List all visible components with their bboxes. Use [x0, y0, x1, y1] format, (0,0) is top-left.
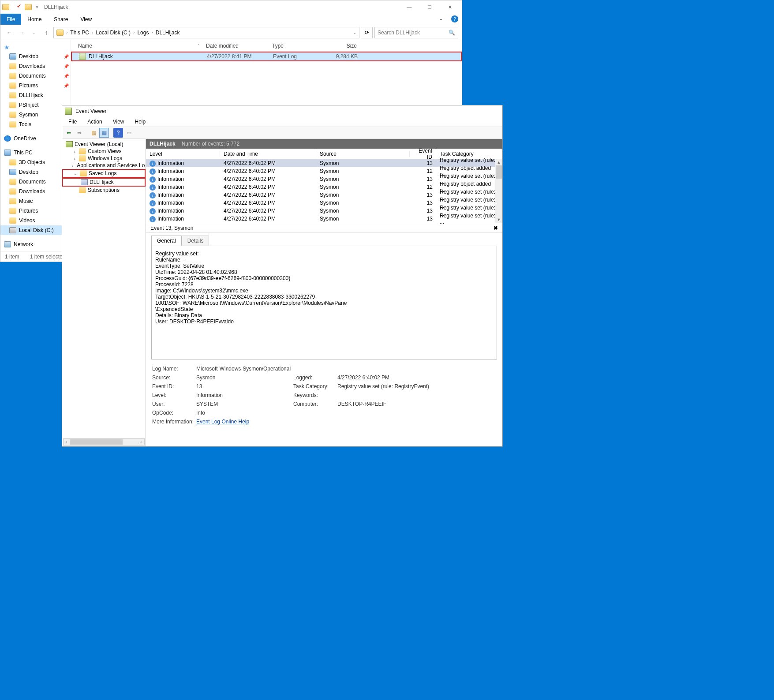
nav-pc-desktop[interactable]: Desktop: [0, 167, 71, 177]
col-taskcategory[interactable]: Task Category: [436, 151, 502, 157]
tab-general[interactable]: General: [151, 236, 182, 246]
detail-text[interactable]: Registry value set:RuleName: -EventType:…: [151, 246, 497, 359]
col-size[interactable]: Size: [322, 43, 360, 49]
col-source[interactable]: Source: [316, 151, 410, 157]
tree-subscriptions[interactable]: Subscriptions: [62, 187, 146, 194]
address-bar[interactable]: › This PC› Local Disk (C:)› Logs› DLLHij…: [53, 27, 359, 38]
status-selected: 1 item selected: [30, 254, 66, 260]
tree-saved-logs[interactable]: ⌄Saved Logs: [62, 169, 146, 178]
back-button[interactable]: ←: [4, 27, 15, 38]
col-datetime[interactable]: Date and Time: [220, 151, 316, 157]
recent-dropdown-icon[interactable]: ⌄: [29, 27, 39, 38]
nav-tools[interactable]: Tools: [0, 120, 71, 129]
tb-pane-icon[interactable]: ▭: [124, 128, 134, 138]
tree-dllhijack[interactable]: DLLHijack: [62, 178, 146, 187]
eventvwr-tree: Event Viewer (Local) ›Custom Views ›Wind…: [62, 139, 146, 446]
tb-back-icon[interactable]: ⬅: [64, 128, 74, 138]
event-grid: Level Date and Time Source Event ID Task…: [146, 149, 502, 223]
tree-custom-views[interactable]: ›Custom Views: [62, 148, 146, 155]
nav-desktop[interactable]: Desktop📌: [0, 52, 71, 61]
tb-preview-icon[interactable]: ▦: [99, 128, 109, 138]
addr-dropdown-icon[interactable]: ⌄: [353, 30, 356, 35]
refresh-button[interactable]: ⟳: [361, 27, 373, 38]
close-button[interactable]: ✕: [440, 1, 460, 13]
minimize-button[interactable]: —: [399, 1, 419, 13]
menu-file[interactable]: File: [64, 118, 81, 126]
breadcrumb-item[interactable]: Logs: [137, 30, 149, 36]
nav-local-disk-c[interactable]: Local Disk (C:): [0, 225, 71, 235]
online-help-link[interactable]: Event Log Online Help: [196, 419, 249, 425]
breadcrumb-item[interactable]: DLLHijack: [156, 30, 180, 36]
search-box[interactable]: Search DLLHijack 🔍: [374, 27, 458, 38]
nav-pc-documents[interactable]: Documents: [0, 177, 71, 187]
tab-home[interactable]: Home: [21, 14, 48, 25]
nav-pc-downloads[interactable]: Downloads: [0, 187, 71, 196]
log-header: DLLHijack Number of events: 5,772: [146, 139, 502, 149]
nav-3dobjects[interactable]: 3D Objects: [0, 157, 71, 167]
nav-pc-pictures[interactable]: Pictures: [0, 206, 71, 216]
col-date[interactable]: Date modified: [202, 43, 269, 49]
col-level[interactable]: Level: [146, 151, 220, 157]
forward-button[interactable]: →: [16, 27, 27, 38]
log-name: DLLHijack: [150, 141, 176, 147]
tb-forward-icon[interactable]: ➡: [75, 128, 84, 138]
nav-thispc[interactable]: This PC: [0, 148, 71, 157]
navigation-row: ← → ⌄ ↑ › This PC› Local Disk (C:)› Logs…: [0, 25, 462, 40]
menu-action[interactable]: Action: [83, 118, 106, 126]
qat-customize-icon[interactable]: ▼: [35, 5, 39, 9]
nav-onedrive[interactable]: OneDrive: [0, 134, 71, 143]
menu-help[interactable]: Help: [131, 118, 150, 126]
breadcrumb-item[interactable]: Local Disk (C:): [96, 30, 131, 36]
nav-psinject[interactable]: PSInject: [0, 100, 71, 110]
event-row[interactable]: iInformation4/27/2022 6:40:02 PMSysmon13…: [146, 215, 502, 223]
qat-properties-icon[interactable]: [17, 4, 23, 10]
tb-showtree-icon[interactable]: ▧: [89, 128, 98, 138]
eventvwr-titlebar[interactable]: Event Viewer: [62, 105, 502, 117]
ribbon-expand-icon[interactable]: ⌄: [434, 14, 448, 25]
nav-pc-videos[interactable]: Videos: [0, 216, 71, 225]
col-type[interactable]: Type: [269, 43, 322, 49]
sort-indicator-icon: ˄: [194, 44, 202, 48]
qat-newfolder-icon[interactable]: [25, 4, 32, 10]
window-title: DLLHijack: [44, 4, 68, 10]
column-headers: Name ˄ Date modified Type Size: [71, 40, 462, 52]
search-placeholder: Search DLLHijack: [378, 30, 420, 36]
col-name[interactable]: Name: [75, 43, 194, 49]
nav-documents[interactable]: Documents📌: [0, 71, 71, 81]
help-icon[interactable]: ?: [451, 15, 458, 22]
nav-sysmon[interactable]: Sysmon: [0, 110, 71, 120]
explorer-titlebar[interactable]: ▼ DLLHijack — ☐ ✕: [0, 0, 462, 14]
tree-windows-logs[interactable]: ›Windows Logs: [62, 155, 146, 162]
nav-pc-music[interactable]: Music: [0, 196, 71, 206]
detail-close-icon[interactable]: ✖: [494, 225, 498, 231]
addr-folder-icon: [56, 30, 64, 36]
nav-network[interactable]: Network: [0, 240, 71, 249]
nav-downloads[interactable]: Downloads📌: [0, 61, 71, 71]
grid-vscrollbar[interactable]: ▲▼: [495, 159, 502, 223]
tab-details[interactable]: Details: [182, 236, 209, 246]
file-row-dllhijack[interactable]: DLLHijack 4/27/2022 8:41 PM Event Log 9,…: [71, 52, 462, 61]
tree-app-services[interactable]: ›Applications and Services Lo: [62, 162, 146, 169]
detail-pane: Event 13, Sysmon ✖ General Details Regis…: [146, 223, 502, 446]
search-icon: 🔍: [449, 30, 455, 36]
tb-help-icon[interactable]: ?: [113, 128, 123, 138]
event-count: Number of events: 5,772: [182, 141, 239, 147]
tab-view[interactable]: View: [74, 14, 98, 25]
tree-hscrollbar[interactable]: ‹›: [63, 438, 145, 445]
app-icon: [2, 4, 9, 10]
tab-share[interactable]: Share: [48, 14, 74, 25]
eventvwr-title: Event Viewer: [75, 108, 106, 114]
evtx-file-icon: [79, 53, 86, 60]
tab-file[interactable]: File: [0, 14, 21, 25]
nav-pictures[interactable]: Pictures📌: [0, 81, 71, 90]
tree-root[interactable]: Event Viewer (Local): [62, 141, 146, 148]
up-button[interactable]: ↑: [41, 27, 52, 38]
col-eventid[interactable]: Event ID: [410, 148, 436, 160]
nav-quick-access[interactable]: [0, 42, 71, 52]
status-item-count: 1 item: [5, 254, 19, 260]
nav-dllhijack[interactable]: DLLHijack: [0, 90, 71, 100]
maximize-button[interactable]: ☐: [419, 1, 440, 13]
menu-view[interactable]: View: [108, 118, 129, 126]
breadcrumb-item[interactable]: This PC: [70, 30, 89, 36]
detail-title: Event 13, Sysmon: [150, 225, 193, 231]
